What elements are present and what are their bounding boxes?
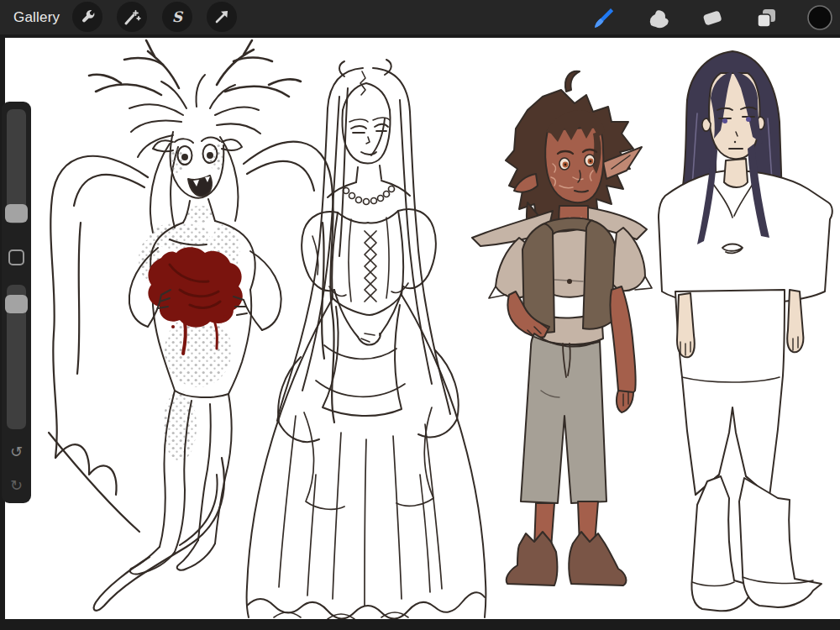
smudge-tool-button[interactable]: [643, 3, 673, 33]
selection-button[interactable]: S: [162, 2, 192, 32]
erase-tool-button[interactable]: [697, 3, 727, 33]
selection-s-icon: S: [168, 8, 186, 26]
color-swatch-button[interactable]: [805, 3, 835, 33]
brush-size-handle[interactable]: [5, 204, 28, 223]
adjustments-button[interactable]: [117, 2, 147, 32]
modify-button[interactable]: [8, 249, 24, 265]
undo-icon: ↺: [10, 444, 23, 460]
opacity-handle[interactable]: [5, 295, 28, 313]
wrench-icon: [78, 8, 97, 26]
brush-sidebar: ↺ ↻: [2, 102, 31, 503]
character-pale-man-colored: [659, 51, 832, 611]
redo-button[interactable]: ↻: [2, 478, 31, 493]
transform-button[interactable]: [207, 2, 237, 32]
redo-icon: ↻: [10, 477, 23, 494]
paint-tool-button[interactable]: [589, 3, 619, 33]
svg-text:S: S: [172, 8, 184, 25]
magic-wand-icon: [123, 8, 141, 26]
smudge-finger-icon: [645, 5, 670, 30]
layers-icon: [753, 5, 779, 30]
eraser-icon: [700, 5, 725, 30]
canvas-artwork: [5, 38, 840, 619]
top-toolbar: Gallery S: [0, 0, 840, 34]
character-elf-boy-colored: [472, 71, 652, 585]
transform-arrow-icon: [213, 8, 231, 26]
paint-brush-icon: [591, 5, 617, 30]
active-color-icon: [806, 4, 833, 31]
character-demon-sketch: [49, 40, 334, 611]
undo-button[interactable]: ↺: [2, 444, 31, 459]
gallery-button[interactable]: Gallery: [13, 0, 60, 34]
actions-button[interactable]: [72, 2, 102, 32]
layers-button[interactable]: [751, 3, 781, 33]
drawing-canvas[interactable]: [5, 38, 840, 619]
